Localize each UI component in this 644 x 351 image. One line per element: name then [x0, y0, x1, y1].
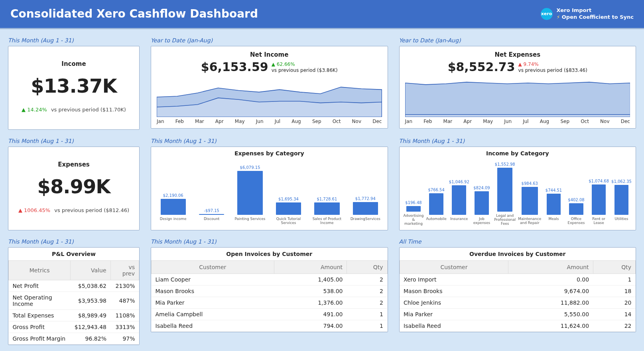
table-row[interactable]: Gross Profit$12,943.483313%: [9, 321, 139, 333]
expenses-by-cat-section: This Month (Aug 1 - 31) Expenses by Cate…: [151, 138, 388, 230]
table-title: Overdue Invoices by Customer: [400, 248, 636, 260]
bar-col: $2,190.06Design income: [155, 159, 191, 226]
lightning-icon: ⚡: [557, 14, 562, 20]
up-icon: ▲: [22, 107, 27, 113]
pnl-table: MetricsValuevs prevNet Profit$5,038.6221…: [8, 260, 139, 345]
pnl-card: P&L Overview MetricsValuevs prevNet Prof…: [8, 247, 140, 345]
expenses-value: $8.99K: [37, 175, 110, 198]
page-title: Consolidated Xero Cashflow Dashboard: [10, 7, 258, 20]
x-axis-labels: JanFebMarAprMayJunJulAugSepOctNovDec: [157, 119, 382, 124]
period-label: This Month (Aug 1 - 31): [399, 138, 636, 144]
import-meta: Xero Import ⚡ Open Coefficient to Sync: [557, 7, 634, 21]
bar-col: $1,046.92Insurance: [449, 159, 469, 226]
table-row[interactable]: Mia Parker5,550.0014: [400, 308, 636, 320]
bar-col: $1,695.34Quick Tutorial Services: [270, 159, 306, 226]
expenses-title: Expenses: [58, 161, 90, 168]
down-icon: ▲: [18, 207, 24, 213]
period-label: All Time: [399, 238, 636, 245]
period-label: This Month (Aug 1 - 31): [8, 138, 140, 144]
period-label: This Month (Aug 1 - 31): [8, 37, 140, 44]
bar-col: $744.51Meals: [544, 159, 563, 226]
net-income-section: Year to Date (Jan-Aug) Net Income $6,153…: [151, 37, 388, 130]
table-title: Open Invoices by Customer: [151, 248, 388, 260]
period-label: Year to Date (Jan-Aug): [399, 37, 636, 44]
expenses-by-cat-card: Expenses by Category $2,190.06Design inc…: [151, 147, 388, 230]
bar-col: $1,772.94DrawingServices: [347, 159, 383, 226]
income-by-cat-section: This Month (Aug 1 - 31) Income by Catego…: [399, 138, 636, 230]
table-row[interactable]: Amelia Campbell491.001: [152, 308, 388, 320]
chart-title: Income by Category: [404, 150, 632, 157]
open-invoices-card: Open Invoices by Customer CustomerAmount…: [151, 247, 388, 332]
net-income-value: $6,153.59: [201, 60, 268, 74]
bar-col: $1,728.61Sales of Product Income: [309, 159, 345, 226]
income-by-cat-card: Income by Category $196.48Advertising & …: [399, 147, 636, 230]
period-label: This Month (Aug 1 - 31): [8, 238, 140, 245]
bar-col: $984.63Maintenance and Repair: [518, 159, 541, 226]
table-row[interactable]: Mason Brooks538.002: [152, 285, 388, 297]
open-invoices-section: This Month (Aug 1 - 31) Open Invoices by…: [151, 238, 388, 345]
income-value: $13.37K: [31, 75, 116, 97]
chart-title: Net Expenses: [405, 51, 630, 58]
pnl-section: This Month (Aug 1 - 31) P&L Overview Met…: [8, 238, 140, 345]
bar-col: $6,079.15Painting Services: [232, 159, 268, 226]
table-row[interactable]: Chloe Jenkins11,882.0020: [400, 297, 636, 308]
table-row[interactable]: Gross Profit Margin96.82%97%: [9, 333, 139, 344]
expenses-section: This Month (Aug 1 - 31) Expenses $8.99K …: [8, 138, 140, 230]
table-row[interactable]: Mason Brooks9,674.0018: [400, 285, 636, 297]
open-invoices-table: CustomerAmountQtyLiam Cooper1,405.002Mas…: [151, 260, 388, 332]
expenses-card: Expenses $8.99K ▲ 1006.45% vs previous p…: [8, 147, 140, 230]
overdue-invoices-table: CustomerAmountQtyXero Import0.001Mason B…: [400, 260, 636, 332]
xero-logo-icon: xero: [541, 8, 553, 20]
chart-title: Net Income: [157, 51, 382, 58]
bar-col: $1,074.68Rent or Lease: [589, 159, 609, 226]
header-right: xero Xero Import ⚡ Open Coefficient to S…: [541, 7, 634, 21]
table-row[interactable]: Mia Parker1,376.002: [152, 297, 388, 308]
income-card: Income $13.37K ▲ 14.24% vs previous peri…: [8, 46, 140, 130]
overdue-invoices-section: All Time Overdue Invoices by Customer Cu…: [399, 238, 636, 345]
bar-col: $766.54Automobile: [426, 159, 446, 226]
bar-col: $1,062.35Utilities: [611, 159, 632, 226]
table-row[interactable]: Xero Import0.001: [400, 274, 636, 285]
sync-label[interactable]: Open Coefficient to Sync: [562, 14, 634, 20]
expenses-delta: ▲ 1006.45% vs previous period ($812.46): [18, 207, 129, 213]
table-row[interactable]: Isabella Reed11,624.0022: [400, 320, 636, 331]
bar-col: $1,552.98Legal and Professional Fees: [494, 159, 516, 226]
bar-col: $402.08Office Expenses: [566, 159, 586, 226]
table-row[interactable]: Net Operating Income$3,953.98487%: [9, 292, 139, 309]
import-label: Xero Import: [557, 7, 592, 13]
table-row[interactable]: Net Profit$5,038.622130%: [9, 280, 139, 292]
bar-col: $824.09Job expenses: [472, 159, 492, 226]
income-delta: ▲ 14.24% vs previous period ($11.70K): [22, 107, 126, 113]
net-expenses-value: $8,552.73: [448, 60, 515, 74]
period-label: This Month (Aug 1 - 31): [151, 138, 388, 144]
overdue-invoices-card: Overdue Invoices by Customer CustomerAmo…: [399, 247, 636, 332]
chart-title: Expenses by Category: [155, 150, 384, 157]
table-row[interactable]: Liam Cooper1,405.002: [152, 274, 388, 285]
net-expenses-section: Year to Date (Jan-Aug) Net Expenses $8,5…: [399, 37, 636, 130]
period-label: This Month (Aug 1 - 31): [151, 238, 388, 245]
income-section: This Month (Aug 1 - 31) Income $13.37K ▲…: [8, 37, 140, 130]
bar-col: $196.48Advertising & marketing: [404, 159, 424, 226]
bar-col: -$97.15Discount: [193, 159, 229, 226]
net-expenses-card: Net Expenses $8,552.73 ▲ 9.74% vs previo…: [399, 46, 636, 129]
table-row[interactable]: Total Expenses$8,989.491108%: [9, 309, 139, 321]
period-label: Year to Date (Jan-Aug): [151, 37, 388, 44]
table-row[interactable]: Isabella Reed794.001: [152, 320, 388, 331]
net-income-delta: ▲ 62.66% vs previous period ($3.86K): [272, 61, 338, 74]
table-title: P&L Overview: [8, 248, 139, 260]
income-title: Income: [61, 60, 86, 67]
net-income-card: Net Income $6,153.59 ▲ 62.66% vs previou…: [151, 46, 388, 129]
page-header: Consolidated Xero Cashflow Dashboard xer…: [0, 0, 644, 29]
net-expenses-delta: ▲ 9.74% vs previous period ($833.46): [518, 61, 587, 74]
x-axis-labels: JanFebMarAprMayJunJulAugSepOctNovDec: [405, 119, 630, 124]
